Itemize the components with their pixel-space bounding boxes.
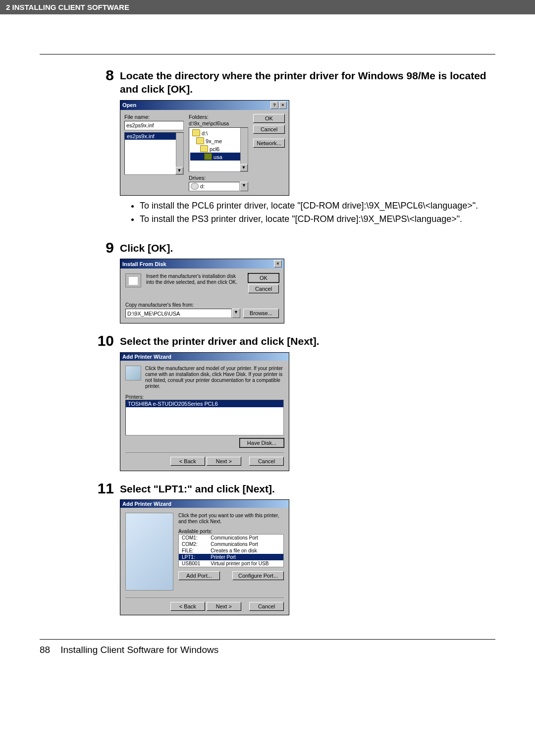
next-button[interactable]: Next >	[207, 457, 241, 466]
printers-label: Printers:	[125, 394, 284, 400]
folder-item[interactable]: usa	[214, 154, 222, 160]
port-item[interactable]: COM2:Communications Port	[179, 541, 284, 547]
bullet-list: To install the PCL6 printer driver, loca…	[120, 200, 495, 225]
folder-item[interactable]: 9x_me	[206, 138, 222, 144]
port-list[interactable]: COM1:Communications Port COM2:Communicat…	[178, 534, 284, 567]
port-item-selected[interactable]: LPT1:Printer Port	[179, 554, 284, 560]
add-printer-wizard-port-dialog: Add Printer Wizard Click the port you wa…	[120, 499, 289, 615]
close-icon[interactable]: ×	[274, 260, 282, 268]
step-number: 9	[89, 239, 114, 327]
printer-item[interactable]: TOSHIBA e-STUDIO205Series PCL6	[126, 400, 283, 407]
back-button[interactable]: < Back	[170, 457, 205, 466]
bullet-item: To install the PCL6 printer driver, loca…	[140, 200, 495, 212]
dialog-text: Insert the manufacturer's installation d…	[146, 273, 243, 293]
chevron-down-icon[interactable]: ▼	[240, 182, 248, 191]
filename-input[interactable]: es2ps9x.inf	[124, 121, 184, 130]
page-footer: 88 Installing Client Software for Window…	[40, 645, 495, 655]
step-number: 10	[89, 332, 114, 475]
footer-text: Installing Client Software for Windows	[60, 645, 218, 655]
step-11: 11 Select "LPT1:" and click [Next]. Add …	[89, 480, 495, 619]
configure-port-button[interactable]: Configure Port...	[232, 571, 284, 580]
add-port-button[interactable]: Add Port...	[178, 571, 220, 580]
file-item[interactable]: es2ps9x.inf	[125, 133, 183, 140]
section-header: 2 INSTALLING CLIENT SOFTWARE	[0, 0, 535, 14]
add-printer-wizard-dialog: Add Printer Wizard Click the manufacture…	[120, 352, 289, 471]
dialog-title: Add Printer Wizard	[122, 501, 171, 507]
cancel-button[interactable]: Cancel	[249, 457, 284, 466]
ports-label: Available ports:	[178, 529, 284, 534]
folder-open-icon	[204, 153, 212, 160]
step-heading: Select "LPT1:" and click [Next].	[120, 482, 495, 495]
help-icon[interactable]: ?	[270, 102, 278, 109]
dialog-title: Add Printer Wizard	[122, 354, 171, 360]
close-icon[interactable]: ×	[279, 102, 287, 109]
chevron-down-icon[interactable]: ▼	[232, 309, 240, 318]
browse-button[interactable]: Browse...	[243, 309, 279, 318]
next-button[interactable]: Next >	[207, 602, 241, 611]
bullet-item: To install the PS3 printer driver, locat…	[140, 213, 495, 225]
folder-listbox[interactable]: d:\ 9x_me pcl6 usa ▼	[189, 127, 248, 172]
path-input[interactable]: D:\9X_ME\PCL6\USA ▼	[125, 309, 240, 318]
drives-label: Drives:	[189, 175, 248, 181]
have-disk-button[interactable]: Have Disk...	[240, 438, 284, 447]
step-heading: Select the printer driver and click [Nex…	[120, 334, 495, 348]
cancel-button[interactable]: Cancel	[249, 602, 284, 611]
step-9: 9 Click [OK]. Install From Disk × Insert…	[89, 239, 495, 327]
section-title: 2 INSTALLING CLIENT SOFTWARE	[6, 3, 129, 11]
page-number: 88	[40, 645, 50, 655]
printer-icon	[125, 366, 141, 380]
copy-from-label: Copy manufacturer's files from:	[125, 302, 279, 308]
dialog-text: Click the port you want to use with this…	[178, 513, 284, 525]
divider	[40, 639, 495, 640]
file-listbox[interactable]: es2ps9x.inf ▼	[124, 132, 184, 175]
step-number: 11	[89, 480, 114, 619]
step-heading: Locate the directory where the printer d…	[120, 69, 495, 96]
folder-item[interactable]: pcl6	[210, 146, 219, 152]
port-item[interactable]: COM1:Communications Port	[179, 534, 284, 541]
folder-icon	[192, 129, 200, 136]
port-item[interactable]: FILE:Creates a file on disk	[179, 547, 284, 554]
floppy-icon	[125, 273, 141, 287]
drive-select[interactable]: d: ▼	[189, 182, 248, 191]
step-8: 8 Locate the directory where the printer…	[89, 67, 495, 234]
dialog-text: Click the manufacturer and model of your…	[145, 366, 284, 389]
folder-icon	[200, 145, 208, 152]
step-heading: Click [OK].	[120, 241, 495, 255]
install-from-disk-dialog: Install From Disk × Insert the manufactu…	[120, 259, 284, 324]
network-button[interactable]: Network...	[253, 139, 285, 148]
back-button[interactable]: < Back	[170, 602, 205, 611]
dialog-title: Install From Disk	[122, 261, 166, 267]
step-10: 10 Select the printer driver and click […	[89, 332, 495, 475]
wizard-image	[125, 513, 173, 591]
drive-icon	[191, 183, 199, 190]
dialog-title: Open	[122, 102, 136, 108]
open-dialog: Open ? × File name: es2ps9x.inf es2ps9x.…	[120, 100, 289, 196]
folder-icon	[196, 137, 204, 144]
port-item[interactable]: USB001Virtual printer port for USB	[179, 560, 284, 567]
ok-button[interactable]: OK	[248, 273, 279, 282]
cancel-button[interactable]: Cancel	[248, 284, 279, 293]
page: 2 INSTALLING CLIENT SOFTWARE 8 Locate th…	[0, 0, 535, 756]
folder-item[interactable]: d:\	[202, 130, 208, 136]
divider	[40, 54, 495, 54]
printer-listbox[interactable]: TOSHIBA e-STUDIO205Series PCL6	[125, 400, 284, 435]
ok-button[interactable]: OK	[253, 114, 285, 123]
step-number: 8	[89, 67, 114, 234]
cancel-button[interactable]: Cancel	[253, 125, 285, 134]
folders-label: Folders:	[189, 114, 248, 120]
filename-label: File name:	[124, 114, 184, 120]
folder-path: d:\9x_me\pcl6\usa	[189, 121, 248, 126]
